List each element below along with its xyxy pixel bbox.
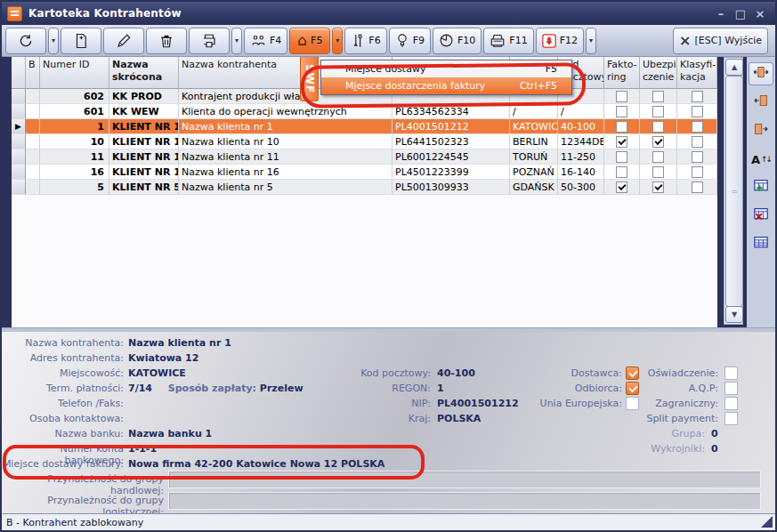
table-row[interactable]: ▶1KLIENT NR 1Nazwa klienta nr 1PL4001501…	[12, 119, 717, 134]
menu-item-miejsce-dostarczenia-faktury[interactable]: Miejsce dostarczenia faktury Ctrl+F5	[321, 77, 571, 94]
contacts-f4-button[interactable]: F4	[244, 28, 287, 54]
f5-dropdown-button[interactable]: ▾	[332, 28, 343, 54]
close-button[interactable]: ×	[750, 7, 770, 20]
column-header-klas[interactable]: Klasyfi­kacja	[677, 57, 717, 89]
group-field[interactable]	[168, 492, 761, 510]
detail-checkbox[interactable]	[724, 397, 738, 410]
refresh-dropdown-button[interactable]: ▾	[48, 28, 59, 54]
tools-icon	[351, 33, 365, 49]
shift-left-icon	[752, 93, 770, 111]
table-row[interactable]: 10KLIENT NR 10Nazwa klienta nr 10PL64415…	[12, 134, 717, 149]
vertical-ribbon: SWF	[300, 57, 319, 101]
shift-column-right-button[interactable]	[749, 119, 773, 142]
detail-label: Telefon /Faks:	[2, 398, 124, 409]
table-body: 602KK PRODKontrajent produkcji własne601…	[12, 89, 717, 195]
row-selector[interactable]	[12, 134, 26, 149]
cell-ubez-checkbox[interactable]	[640, 104, 677, 119]
column-header-sel[interactable]	[12, 57, 26, 89]
cell-id: 601	[40, 104, 109, 119]
row-selector[interactable]: ▶	[12, 119, 26, 134]
resize-grip[interactable]	[761, 516, 773, 528]
table-row[interactable]: 601KK WEWKlienta do operacji wewnętrznyc…	[12, 104, 717, 119]
maximize-button[interactable]: □	[731, 7, 750, 20]
minimize-button[interactable]: –	[711, 7, 731, 20]
cell-fakt-checkbox[interactable]	[604, 134, 640, 149]
table-row[interactable]: 11KLIENT NR 11Nazwa klienta nr 11PL60012…	[12, 149, 717, 165]
sort-button[interactable]: A↑↓	[749, 148, 773, 171]
table-row[interactable]: 5KLIENT NR 5Nazwa klienta nr 5PL50013099…	[12, 180, 717, 195]
cell-klas-checkbox[interactable]	[677, 104, 717, 119]
cell-ubez-checkbox[interactable]	[640, 89, 677, 104]
row-selector[interactable]	[12, 165, 26, 180]
cell-fakt-checkbox[interactable]	[604, 180, 640, 195]
table-delete-icon	[753, 207, 769, 225]
detail-value: Przelew	[260, 383, 304, 394]
row-selector[interactable]	[12, 89, 26, 104]
refresh-button[interactable]	[5, 28, 46, 54]
fit-columns-button[interactable]	[749, 62, 773, 85]
exit-button[interactable]: × [ESC] Wyjście	[673, 28, 768, 54]
cell-klas-checkbox[interactable]	[677, 165, 717, 180]
vertical-ribbon-label: SWF	[304, 64, 316, 93]
add-view-button[interactable]	[749, 176, 773, 199]
row-selector[interactable]	[12, 149, 26, 165]
app-window: Kartoteka Kontrahentów – □ × ▾	[0, 0, 777, 532]
scroll-down-button[interactable]: ▼	[725, 306, 743, 323]
status-legend: B - Kontrahent zablokowany	[6, 517, 143, 528]
column-header-ubez[interactable]: Ubezpie­czenie	[640, 57, 677, 89]
detail-checkbox[interactable]	[724, 382, 738, 395]
column-header-id[interactable]: Numer ID	[40, 57, 109, 89]
delivery-place-f5-button[interactable]: ⌂ F5	[289, 28, 330, 54]
cell-klas-checkbox[interactable]	[677, 180, 717, 195]
column-header-short[interactable]: Nazwa skrócona	[109, 57, 179, 89]
shift-column-left-button[interactable]	[749, 91, 773, 114]
print-button[interactable]	[189, 28, 230, 54]
cell-ubez-checkbox[interactable]	[640, 119, 677, 134]
vertical-scrollbar[interactable]: ▲ = ▼	[724, 57, 743, 325]
cell-ubez-checkbox[interactable]	[640, 165, 677, 180]
cell-fakt-checkbox[interactable]	[604, 89, 640, 104]
detail-checkbox[interactable]	[724, 367, 738, 380]
cell-fakt-checkbox[interactable]	[604, 165, 640, 180]
cell-short: KLIENT NR 1	[109, 119, 179, 134]
edit-button[interactable]	[103, 28, 144, 54]
scroll-up-button[interactable]: ▲	[725, 59, 743, 76]
row-selector[interactable]	[12, 104, 26, 119]
cash-register-f11-button[interactable]: F11	[483, 28, 533, 54]
cell-fakt-checkbox[interactable]	[604, 104, 640, 119]
print-dropdown-button[interactable]: ▾	[231, 28, 242, 54]
delete-view-button[interactable]	[749, 205, 773, 228]
hints-f9-button[interactable]: F9	[389, 28, 431, 54]
cell-fakt-checkbox[interactable]	[604, 149, 640, 165]
cell-ubez-checkbox[interactable]	[640, 180, 677, 195]
f12-dropdown-button[interactable]: ▾	[586, 28, 596, 54]
cell-nip: PL6001224545	[393, 149, 510, 165]
f12-label: F12	[560, 35, 578, 46]
cell-klas-checkbox[interactable]	[677, 119, 717, 134]
delete-button[interactable]	[146, 28, 187, 54]
cell-klas-checkbox[interactable]	[677, 89, 717, 104]
table-add-icon	[753, 179, 769, 197]
cell-postal: 50-300	[558, 180, 604, 195]
cell-klas-checkbox[interactable]	[677, 149, 717, 165]
new-button[interactable]	[61, 28, 101, 54]
group-field[interactable]	[168, 471, 761, 488]
scrollbar-thumb[interactable]: =	[725, 76, 743, 307]
grid-view-button[interactable]	[749, 233, 773, 256]
cell-ubez-checkbox[interactable]	[640, 134, 677, 149]
f11-label: F11	[509, 35, 527, 46]
tools-f6-button[interactable]: F6	[344, 28, 386, 54]
menu-item-miejsce-dostawy[interactable]: Miejsce dostawy F5	[321, 60, 571, 77]
cell-klas-checkbox[interactable]	[677, 134, 717, 149]
detail-checkbox[interactable]	[724, 412, 738, 425]
pie-chart-icon	[439, 33, 454, 48]
column-header-b[interactable]: B	[26, 57, 40, 89]
cell-id: 5	[40, 180, 109, 195]
cell-ubez-checkbox[interactable]	[640, 149, 677, 165]
cell-fakt-checkbox[interactable]	[604, 119, 640, 134]
column-header-fakt[interactable]: Fakto­ring	[604, 57, 640, 89]
gus-f12-button[interactable]: F12	[536, 28, 584, 54]
row-selector[interactable]	[12, 180, 26, 195]
table-row[interactable]: 16KLIENT NR 16Nazwa klienta nr 16PL45012…	[12, 165, 717, 180]
reports-f10-button[interactable]: F10	[433, 28, 482, 54]
